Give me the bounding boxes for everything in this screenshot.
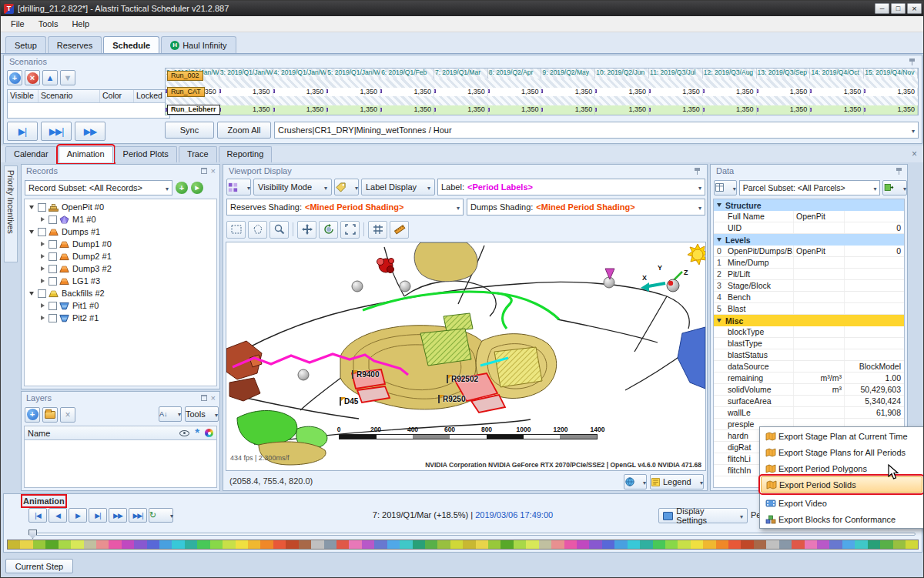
viewport-3d-canvas[interactable]: X Y Z R9400D45R92502R9250 02004006008001… bbox=[226, 242, 706, 471]
column-header-scenario[interactable]: Scenario bbox=[38, 90, 100, 102]
data-row-stage-block[interactable]: 3Stage/Block bbox=[714, 280, 904, 292]
color-wheel-icon[interactable] bbox=[205, 429, 213, 437]
expand-arrow-icon[interactable] bbox=[38, 303, 46, 308]
play-to-end-button[interactable] bbox=[41, 122, 72, 141]
metric-dropdown[interactable]: Crushers|CR1_DRY|Mining_wetTonnes / Hour bbox=[274, 122, 919, 139]
data-row-full-name[interactable]: Full NameOpenPit bbox=[714, 211, 904, 222]
data-view-button[interactable] bbox=[714, 180, 737, 195]
expand-arrow-icon[interactable] bbox=[38, 279, 46, 283]
move-up-button[interactable] bbox=[42, 70, 58, 85]
visibility-mode-dropdown[interactable]: Visibility Mode bbox=[253, 179, 332, 195]
polygon-select-button[interactable] bbox=[248, 221, 267, 239]
expand-arrow-icon[interactable] bbox=[38, 217, 46, 222]
expand-arrow-icon[interactable] bbox=[38, 254, 46, 259]
delete-scenario-button[interactable] bbox=[25, 70, 40, 85]
maximize-button[interactable] bbox=[891, 3, 906, 14]
data-row-blast[interactable]: 5Blast bbox=[714, 303, 904, 315]
checkbox[interactable] bbox=[38, 289, 46, 298]
sort-layers-button[interactable] bbox=[159, 406, 182, 422]
checkbox[interactable] bbox=[49, 240, 57, 249]
tree-item-pit2-1[interactable]: Pit2 #1 bbox=[25, 312, 216, 324]
float-panel-icon[interactable] bbox=[201, 168, 207, 174]
reserves-shading-dropdown[interactable]: Reserves Shading: <Mined Period Shading> bbox=[226, 199, 464, 215]
pin-icon[interactable] bbox=[909, 58, 916, 66]
current-step-tab[interactable]: Current Step bbox=[5, 559, 73, 573]
menu-item-export-period-polygons[interactable]: Export Period Polygons bbox=[761, 460, 922, 476]
checkbox[interactable] bbox=[49, 277, 57, 286]
checkbox[interactable] bbox=[38, 203, 46, 212]
zoom-all-button[interactable]: Zoom All bbox=[217, 122, 271, 139]
pin-icon[interactable] bbox=[694, 167, 701, 175]
menu-item-tools[interactable]: Tools bbox=[32, 18, 65, 30]
tree-item-openpit-0[interactable]: OpenPit #0 bbox=[25, 201, 216, 213]
main-tab-haul-infinity[interactable]: Haul Infinity bbox=[161, 36, 236, 53]
apply-record-subset-button[interactable] bbox=[191, 182, 203, 194]
data-row-uid[interactable]: UID0 bbox=[714, 222, 904, 234]
display-settings-dropdown[interactable]: Display Settings bbox=[658, 508, 748, 523]
menu-item-file[interactable]: File bbox=[4, 18, 32, 30]
menu-item-export-blocks-for-conformance[interactable]: Export Blocks for Conformance bbox=[761, 511, 922, 527]
float-panel-icon[interactable] bbox=[201, 395, 207, 401]
sync-button[interactable]: Sync bbox=[165, 122, 214, 139]
checkbox[interactable] bbox=[49, 252, 57, 261]
scenario-table-row[interactable] bbox=[8, 103, 169, 118]
data-row-surfacearea[interactable]: surfaceArea5,340,424 bbox=[714, 396, 904, 407]
expand-arrow-icon[interactable] bbox=[38, 316, 46, 320]
data-row-solidvolume[interactable]: solidVolumem³50,429,603 bbox=[714, 384, 904, 396]
checkbox[interactable] bbox=[49, 314, 57, 322]
minimize-button[interactable] bbox=[875, 3, 889, 14]
animation-timeline-slider[interactable] bbox=[28, 530, 916, 539]
data-row-openpit-dumps-b[interactable]: 0OpenPit/Dumps/B...OpenPit0 bbox=[714, 246, 904, 257]
data-row-blocktype[interactable]: blockType bbox=[714, 326, 904, 338]
fit-view-button[interactable] bbox=[340, 221, 360, 239]
data-row-remaining[interactable]: remainingm³/m³1.00 bbox=[714, 373, 904, 384]
label-icon-button[interactable] bbox=[334, 179, 359, 195]
add-record-subset-button[interactable] bbox=[176, 182, 188, 194]
visibility-eye-icon[interactable] bbox=[179, 430, 189, 436]
collapse-arrow-icon[interactable] bbox=[28, 292, 35, 296]
freeze-snowflake-icon[interactable] bbox=[195, 429, 199, 438]
layers-name-header[interactable]: Name bbox=[24, 426, 217, 439]
step-forward-button[interactable] bbox=[7, 122, 38, 141]
checkbox[interactable] bbox=[38, 228, 46, 236]
schedule-tab-reporting[interactable]: Reporting bbox=[219, 146, 273, 162]
data-row-blaststatus[interactable]: blastStatus bbox=[714, 349, 904, 361]
checkbox[interactable] bbox=[49, 302, 57, 310]
pan-button[interactable] bbox=[297, 221, 316, 239]
ruler-button[interactable] bbox=[390, 221, 409, 239]
menu-item-help[interactable]: Help bbox=[65, 18, 96, 30]
period-color-timeline[interactable] bbox=[7, 540, 919, 550]
schedule-tab-trace[interactable]: Trace bbox=[179, 146, 217, 162]
close-button[interactable] bbox=[907, 3, 922, 14]
scenario-chip-run-002[interactable]: Run_002 bbox=[167, 71, 203, 81]
scenario-chip-run-cat[interactable]: Run_CAT bbox=[167, 87, 205, 97]
tree-item-m1-0[interactable]: M1 #0 bbox=[25, 213, 216, 226]
expand-arrow-icon[interactable] bbox=[38, 242, 46, 246]
data-row-wallle[interactable]: wallLe61,908 bbox=[714, 407, 904, 419]
label-display-dropdown[interactable]: Label Display bbox=[361, 179, 435, 195]
close-panel-icon[interactable] bbox=[211, 393, 216, 403]
slider-track[interactable] bbox=[28, 533, 916, 536]
schedule-tab-animation[interactable]: Animation bbox=[59, 146, 113, 162]
layers-list[interactable] bbox=[24, 439, 217, 488]
tree-item-pit1-0[interactable]: Pit1 #0 bbox=[25, 299, 216, 312]
grid-toggle-button[interactable] bbox=[368, 221, 387, 239]
schedule-tab-period-plots[interactable]: Period Plots bbox=[115, 146, 177, 162]
close-icon[interactable] bbox=[912, 149, 917, 159]
column-header-color[interactable]: Color bbox=[100, 90, 134, 102]
schedule-tab-calendar[interactable]: Calendar bbox=[5, 146, 57, 162]
main-tab-reserves[interactable]: Reserves bbox=[48, 36, 102, 53]
data-row-mine-dump[interactable]: 1Mine/Dump bbox=[714, 257, 904, 269]
parcel-subset-dropdown[interactable]: Parcel Subset: <All Parcels> bbox=[739, 180, 881, 195]
collapse-arrow-icon[interactable] bbox=[28, 230, 35, 234]
close-panel-icon[interactable] bbox=[211, 166, 216, 175]
new-folder-button[interactable] bbox=[42, 407, 58, 423]
tree-item-dump1-0[interactable]: Dump1 #0 bbox=[25, 238, 216, 250]
zoom-button[interactable] bbox=[270, 221, 289, 239]
delete-layer-button[interactable] bbox=[60, 407, 75, 423]
pin-icon[interactable] bbox=[896, 167, 902, 175]
fast-forward-button[interactable] bbox=[75, 122, 105, 141]
main-tab-schedule[interactable]: Schedule bbox=[103, 36, 159, 53]
scenario-chip-run-leibherr[interactable]: Run_Leibherr bbox=[167, 105, 220, 115]
expand-arrow-icon[interactable] bbox=[38, 266, 46, 271]
